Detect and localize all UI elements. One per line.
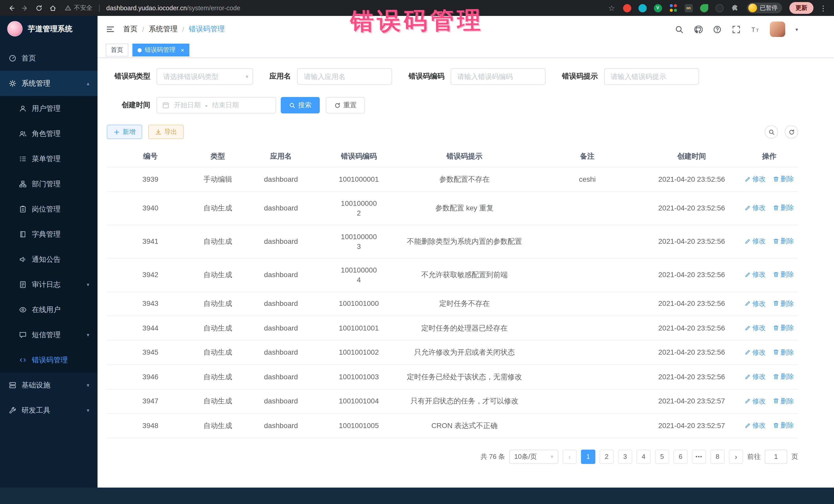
toggle-search-button[interactable]: [765, 125, 778, 138]
pager-page-6[interactable]: 6: [673, 450, 688, 464]
sidebar-item-infrastructure[interactable]: 基础设施 ▾: [0, 373, 97, 398]
pager-page-3[interactable]: 3: [618, 450, 632, 464]
close-icon[interactable]: ×: [181, 46, 184, 53]
delete-link[interactable]: 删除: [773, 323, 794, 333]
pager-page-5[interactable]: 5: [655, 450, 669, 464]
delete-link[interactable]: 删除: [773, 396, 794, 406]
reset-button[interactable]: 重置: [326, 97, 365, 113]
breadcrumb-home[interactable]: 首页: [123, 25, 137, 34]
edit-link[interactable]: 修改: [745, 347, 766, 357]
cell-ops: 修改 删除: [741, 365, 798, 389]
tag-error-code[interactable]: 错误码管理 ×: [132, 44, 190, 57]
edit-link[interactable]: 修改: [745, 420, 766, 430]
delete-link[interactable]: 删除: [773, 347, 794, 357]
font-size-icon[interactable]: TT: [751, 25, 760, 34]
address-bar[interactable]: dashboard.yudao.iocoder.cn/system/error-…: [106, 4, 240, 12]
error-message-input[interactable]: [604, 68, 699, 85]
extensions-puzzle-icon[interactable]: [730, 4, 739, 12]
search-icon[interactable]: [675, 25, 684, 34]
edit-link[interactable]: 修改: [745, 323, 766, 333]
breadcrumb-system[interactable]: 系统管理: [149, 25, 178, 34]
bookmark-star-icon[interactable]: ☆: [608, 3, 615, 13]
help-icon[interactable]: [713, 25, 722, 34]
browser-update-button[interactable]: 更新: [789, 2, 813, 14]
refresh-icon: [334, 102, 341, 109]
search-button[interactable]: 搜索: [281, 97, 320, 113]
add-button[interactable]: 新增: [107, 125, 142, 139]
extension-icon-teal[interactable]: [638, 4, 646, 12]
extension-icon-grid[interactable]: [669, 4, 677, 12]
cell-code: 100100000 4: [321, 258, 397, 291]
sidebar-item-audit-log[interactable]: 审计日志 ▾: [0, 272, 97, 297]
goto-page-input[interactable]: [765, 450, 787, 464]
sidebar-toggle-icon[interactable]: [106, 25, 115, 34]
sidebar-item-devtools[interactable]: 研发工具 ▾: [0, 398, 97, 423]
fullscreen-icon[interactable]: [732, 25, 741, 34]
error-code-input[interactable]: [451, 68, 546, 85]
sidebar-item-roles[interactable]: 角色管理: [0, 121, 97, 146]
forward-icon[interactable]: [19, 2, 31, 14]
edit-link[interactable]: 修改: [745, 299, 766, 308]
pager-page-2[interactable]: 2: [599, 450, 614, 464]
pager-next[interactable]: ›: [729, 450, 743, 464]
edit-link[interactable]: 修改: [745, 372, 766, 381]
profile-paused-badge[interactable]: 已暂停: [746, 3, 782, 13]
home-icon[interactable]: [47, 2, 59, 14]
pager-page-1[interactable]: 1: [581, 450, 595, 464]
edit-link[interactable]: 修改: [745, 270, 766, 280]
extension-icon-paw[interactable]: [715, 4, 723, 12]
extension-icon-on[interactable]: on: [684, 4, 693, 12]
sidebar-item-menus[interactable]: 菜单管理: [0, 146, 97, 171]
export-button[interactable]: 导出: [148, 125, 184, 139]
error-type-select[interactable]: [156, 68, 253, 85]
cell-ops: 修改 删除: [741, 225, 798, 258]
delete-link[interactable]: 删除: [773, 299, 794, 308]
cell-time: 2021-04-20 23:52:56: [643, 316, 741, 340]
trash-icon: [773, 349, 779, 355]
delete-link[interactable]: 删除: [773, 270, 794, 280]
cell-code: 1001001005: [321, 413, 397, 438]
browser-menu-icon[interactable]: ⋮: [817, 4, 829, 12]
app-logo[interactable]: 芋道管理系统: [0, 16, 97, 42]
book-icon: [19, 231, 27, 238]
delete-link[interactable]: 删除: [773, 203, 794, 213]
extension-icon-v[interactable]: V: [654, 4, 662, 12]
sidebar-item-error-code[interactable]: 错误码管理: [0, 348, 97, 373]
date-range-picker[interactable]: 开始日期 - 结束日期: [156, 97, 276, 113]
sidebar-item-online-users[interactable]: 在线用户: [0, 297, 97, 322]
site-security[interactable]: 不安全: [65, 4, 92, 12]
user-avatar[interactable]: [770, 22, 785, 37]
edit-link[interactable]: 修改: [745, 396, 766, 406]
pager-more[interactable]: •••: [692, 450, 706, 464]
delete-link-label: 删除: [781, 270, 794, 280]
extension-icon-red[interactable]: [623, 4, 631, 12]
sidebar-item-home[interactable]: 首页: [0, 46, 97, 71]
tag-home[interactable]: 首页: [106, 44, 128, 57]
delete-link[interactable]: 删除: [773, 236, 794, 246]
back-icon[interactable]: [5, 2, 17, 14]
app-name-input[interactable]: [297, 68, 392, 85]
sidebar-item-departments[interactable]: 部门管理: [0, 171, 97, 197]
delete-link[interactable]: 删除: [773, 420, 794, 430]
sidebar-item-posts[interactable]: 岗位管理: [0, 197, 97, 222]
delete-link[interactable]: 删除: [773, 372, 794, 381]
page-size-select[interactable]: 10条/页 ▾: [509, 450, 558, 464]
sidebar-item-system[interactable]: 系统管理 ▴: [0, 71, 97, 96]
pager-page-4[interactable]: 4: [636, 450, 651, 464]
pager-prev[interactable]: ‹: [563, 450, 577, 464]
reload-icon[interactable]: [33, 2, 45, 14]
delete-link[interactable]: 删除: [773, 174, 794, 184]
sidebar-item-users[interactable]: 用户管理: [0, 96, 97, 121]
calendar-icon: [162, 102, 169, 109]
edit-link[interactable]: 修改: [745, 236, 766, 246]
refresh-button[interactable]: [785, 125, 798, 138]
edit-link[interactable]: 修改: [745, 203, 766, 213]
edit-link[interactable]: 修改: [745, 174, 766, 184]
github-icon[interactable]: [694, 25, 703, 34]
extension-icon-leaf[interactable]: [700, 4, 708, 12]
sidebar-item-sms[interactable]: 短信管理 ▾: [0, 322, 97, 348]
sidebar-item-dictionary[interactable]: 字典管理: [0, 222, 97, 247]
sidebar-item-notice[interactable]: 通知公告: [0, 247, 97, 272]
avatar-caret-icon[interactable]: ▾: [795, 26, 798, 32]
pager-page-8[interactable]: 8: [710, 450, 725, 464]
